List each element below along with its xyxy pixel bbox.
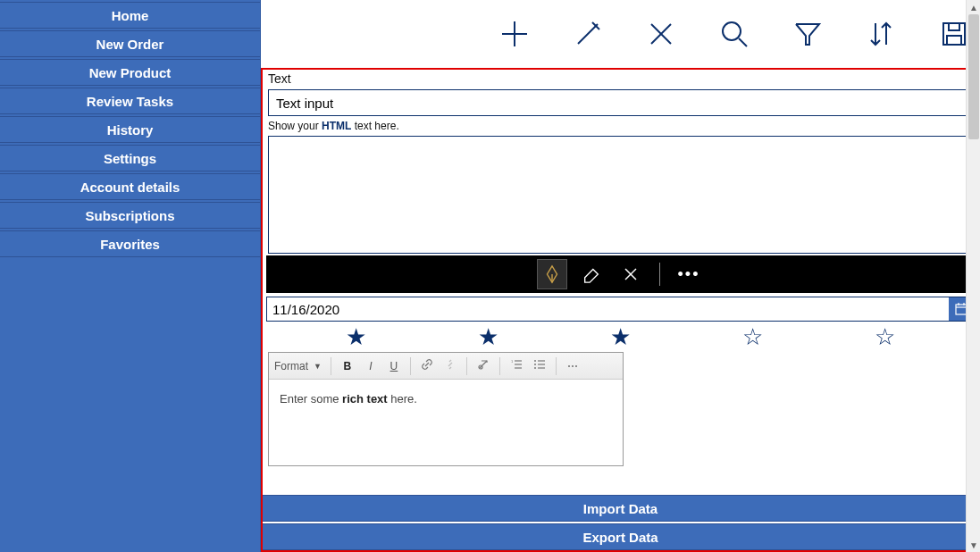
ink-toolbar: •••	[266, 255, 975, 293]
rte-sep	[556, 357, 557, 375]
pen-icon[interactable]	[538, 260, 566, 289]
rte-sep	[499, 357, 500, 375]
star-5[interactable]: ☆	[875, 325, 895, 348]
sidebar-item-history[interactable]: History	[0, 116, 260, 143]
scroll-thumb[interactable]	[968, 14, 979, 139]
sidebar-item-favorites[interactable]: Favorites	[0, 230, 260, 257]
sidebar-item-account-details[interactable]: Account details	[0, 173, 260, 200]
svg-rect-10	[949, 23, 959, 30]
rte-sep	[331, 357, 331, 375]
list-ol-icon[interactable]: 1	[509, 358, 524, 373]
search-icon[interactable]	[719, 19, 750, 49]
html-hint-suffix: text here.	[351, 120, 398, 132]
rte-sep	[410, 357, 411, 375]
rte-format-label: Format	[274, 360, 308, 372]
more-icon[interactable]: •••	[674, 260, 703, 289]
scroll-down-icon[interactable]: ▼	[967, 538, 980, 552]
svg-point-27	[534, 360, 536, 362]
sidebar-item-settings[interactable]: Settings	[0, 145, 260, 171]
action-buttons: Import Data Export Data	[263, 495, 978, 550]
scrollbar[interactable]: ▲ ▼	[966, 0, 980, 552]
text-input[interactable]	[268, 89, 973, 116]
date-row	[266, 297, 975, 322]
svg-point-28	[534, 364, 536, 365]
html-hint: Show your HTML text here.	[263, 120, 978, 136]
svg-point-29	[534, 367, 536, 369]
export-button[interactable]: Export Data	[263, 523, 978, 550]
rte-body[interactable]: Enter some rich text here.	[269, 380, 623, 465]
scroll-up-icon[interactable]: ▲	[967, 0, 980, 14]
save-icon[interactable]	[939, 19, 969, 49]
rte-text: here.	[388, 392, 417, 406]
filter-icon[interactable]	[792, 19, 823, 49]
link-icon[interactable]	[420, 358, 434, 373]
list-ul-icon[interactable]	[532, 358, 547, 373]
rte-text: Enter some	[280, 392, 342, 406]
rating: ★ ★ ★ ☆ ☆	[263, 322, 978, 350]
sidebar-item-subscriptions[interactable]: Subscriptions	[0, 202, 260, 229]
svg-line-6	[739, 38, 747, 46]
svg-rect-11	[947, 36, 961, 45]
svg-text:1: 1	[511, 359, 514, 364]
sidebar-item-new-order[interactable]: New Order	[0, 30, 260, 57]
html-edit-box[interactable]	[268, 136, 973, 254]
rte-text-bold: rich text	[342, 392, 388, 406]
ink-close-icon[interactable]	[616, 260, 645, 289]
star-1[interactable]: ★	[346, 325, 366, 348]
main: Text Show your HTML text here.	[261, 0, 980, 552]
import-button[interactable]: Import Data	[263, 495, 978, 522]
edit-icon[interactable]	[573, 19, 603, 49]
svg-point-5	[723, 22, 741, 40]
eraser-icon[interactable]	[577, 260, 606, 289]
header-toolbar	[261, 0, 980, 68]
sort-icon[interactable]	[866, 19, 896, 49]
underline-icon[interactable]: U	[387, 360, 401, 372]
text-label: Text	[263, 70, 978, 88]
unlink-icon[interactable]	[443, 358, 457, 373]
html-hint-link[interactable]: HTML	[322, 120, 351, 132]
bold-icon[interactable]: B	[340, 360, 355, 372]
close-icon[interactable]	[646, 19, 676, 49]
ink-separator	[659, 263, 660, 286]
sidebar-item-home[interactable]: Home	[0, 2, 260, 29]
date-input[interactable]	[267, 297, 949, 321]
italic-icon[interactable]: I	[364, 360, 378, 372]
rich-text-editor: Format ▼ B I U	[268, 352, 624, 466]
rte-toolbar: Format ▼ B I U	[269, 353, 623, 380]
sidebar-item-new-product[interactable]: New Product	[0, 59, 260, 86]
svg-line-2	[578, 24, 598, 44]
add-icon[interactable]	[499, 19, 530, 49]
rte-more-icon[interactable]: ⋯	[565, 360, 580, 372]
rte-format-dropdown[interactable]: Format ▼	[274, 360, 322, 372]
sidebar-item-review-tasks[interactable]: Review Tasks	[0, 88, 260, 114]
star-3[interactable]: ★	[610, 325, 631, 348]
html-hint-prefix: Show your	[268, 120, 322, 132]
star-2[interactable]: ★	[478, 325, 498, 348]
clear-format-icon[interactable]	[476, 358, 490, 373]
star-4[interactable]: ☆	[742, 325, 763, 348]
rte-sep	[466, 357, 467, 375]
content-panel: Text Show your HTML text here.	[261, 68, 980, 552]
sidebar: Home New Order New Product Review Tasks …	[0, 0, 261, 552]
